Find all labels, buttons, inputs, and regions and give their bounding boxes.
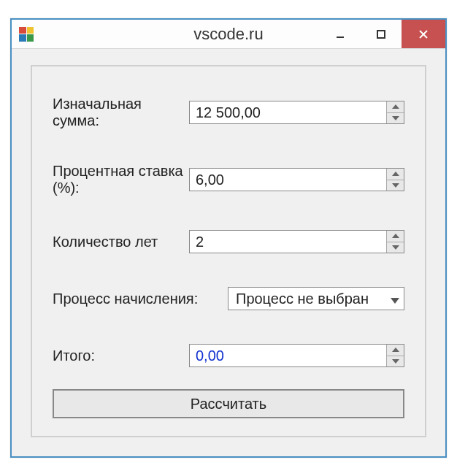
svg-marker-10 — [391, 298, 399, 304]
years-down[interactable] — [387, 242, 404, 253]
chevron-up-icon — [392, 172, 399, 176]
interest-rate-spinner — [386, 169, 404, 191]
calculate-button[interactable]: Рассчитать — [53, 389, 404, 418]
chevron-up-icon — [392, 104, 399, 109]
initial-amount-down[interactable] — [387, 113, 404, 124]
chevron-down-icon — [392, 116, 399, 120]
initial-amount-spinner — [386, 101, 404, 123]
chevron-down-icon — [392, 183, 399, 188]
chevron-up-icon — [392, 234, 399, 238]
chevron-down-icon — [392, 245, 399, 250]
total-spinner — [386, 345, 404, 366]
chevron-down-icon — [391, 298, 399, 304]
label-initial-amount: Изначальная сумма: — [53, 96, 189, 129]
label-interest-rate: Процентная ставка (%): — [53, 163, 189, 196]
app-window: vscode.ru Изначальная сумма: — [10, 18, 447, 458]
chevron-up-icon — [392, 348, 399, 352]
label-process: Процесс начисления: — [53, 291, 228, 307]
total-stepper — [189, 344, 404, 367]
combobox-chevron — [391, 291, 399, 307]
process-selected-text: Процесс не выбран — [236, 291, 369, 307]
interest-rate-stepper — [189, 168, 404, 191]
svg-marker-7 — [392, 183, 399, 188]
total-down[interactable] — [387, 356, 404, 367]
close-icon — [418, 28, 429, 40]
maximize-icon — [376, 29, 386, 39]
title-bar: vscode.ru — [12, 20, 445, 49]
years-up[interactable] — [387, 231, 404, 242]
total-input[interactable] — [190, 345, 386, 366]
svg-marker-11 — [392, 348, 399, 352]
row-process: Процесс начисления: Процесс не выбран — [53, 287, 404, 310]
interest-rate-up[interactable] — [387, 169, 404, 180]
window-controls — [320, 20, 445, 48]
row-interest-rate: Процентная ставка (%): — [53, 163, 404, 196]
initial-amount-stepper — [189, 101, 404, 124]
svg-marker-5 — [392, 116, 399, 120]
minimize-button[interactable] — [320, 20, 361, 48]
years-input[interactable] — [190, 231, 386, 253]
row-years: Количество лет — [53, 230, 404, 253]
client-area: Изначальная сумма: Процентная ставка (%)… — [12, 49, 445, 456]
app-icon — [19, 27, 34, 42]
total-up[interactable] — [387, 345, 404, 356]
interest-rate-input[interactable] — [190, 169, 386, 191]
svg-marker-12 — [392, 359, 399, 364]
initial-amount-input[interactable] — [190, 101, 386, 123]
chevron-down-icon — [392, 359, 399, 364]
close-button[interactable] — [402, 20, 445, 48]
years-spinner — [386, 231, 404, 253]
minimize-icon — [335, 29, 345, 39]
row-initial-amount: Изначальная сумма: — [53, 96, 404, 129]
svg-marker-9 — [392, 245, 399, 250]
svg-rect-1 — [377, 31, 385, 38]
maximize-button[interactable] — [361, 20, 402, 48]
initial-amount-up[interactable] — [387, 101, 404, 113]
process-combobox[interactable]: Процесс не выбран — [228, 287, 404, 310]
row-total: Итого: — [53, 344, 404, 367]
form-panel: Изначальная сумма: Процентная ставка (%)… — [31, 65, 426, 437]
label-total: Итого: — [53, 348, 189, 364]
svg-marker-4 — [392, 104, 399, 109]
label-years: Количество лет — [53, 234, 189, 250]
svg-marker-6 — [392, 172, 399, 176]
interest-rate-down[interactable] — [387, 180, 404, 191]
svg-marker-8 — [392, 234, 399, 238]
years-stepper — [189, 230, 404, 253]
